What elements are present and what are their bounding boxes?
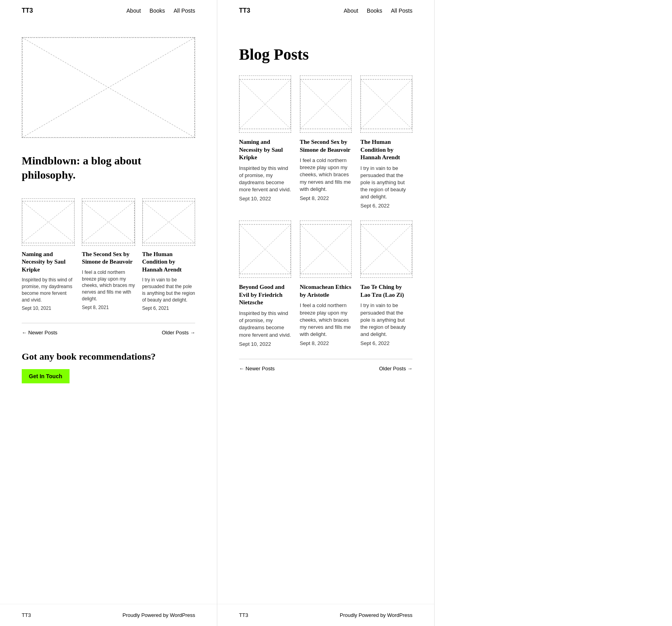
card-excerpt-2: I feel a cold northern breeze play upon … — [82, 269, 135, 302]
cta-section: Got any book recommendations? Get In Tou… — [22, 351, 195, 383]
left-nav: About Books All Posts — [126, 8, 195, 14]
svg-line-13 — [239, 79, 291, 129]
left-post-card-2: The Second Sex by Simone de Beauvoir I f… — [82, 198, 135, 311]
svg-line-4 — [22, 201, 74, 243]
right-card-date-4: Sept 10, 2022 — [239, 341, 291, 347]
svg-rect-27 — [361, 224, 412, 274]
left-footer-logo: TT3 — [22, 612, 31, 618]
right-card-excerpt-4: Inspirited by this wind of promise, my d… — [239, 310, 291, 339]
svg-line-26 — [300, 224, 352, 274]
card-image-2 — [82, 198, 135, 246]
svg-line-25 — [300, 224, 352, 274]
right-footer-credit: Proudly Powered by WordPress — [340, 612, 412, 618]
card-image-3 — [142, 198, 195, 246]
right-card-title-5: Nicomachean Ethics by Aristotle — [300, 283, 352, 299]
right-card-title-6: Tao Te Ching by Lao Tzu (Lao Zi) — [360, 283, 412, 299]
svg-rect-0 — [22, 38, 195, 138]
left-pagination: ← Newer Posts Older Posts → — [22, 323, 195, 336]
cta-heading: Got any book recommendations? — [22, 351, 195, 362]
right-nav-allposts[interactable]: All Posts — [391, 8, 412, 14]
card-excerpt-1: Inspirited by this wind of promise, my d… — [22, 277, 75, 303]
right-card-image-5 — [300, 221, 352, 278]
svg-rect-3 — [22, 201, 74, 243]
svg-line-17 — [300, 79, 352, 129]
right-card-image-2 — [300, 75, 352, 133]
card-image-1 — [22, 198, 75, 246]
right-post-card-5: Nicomachean Ethics by Aristotle I feel a… — [300, 221, 352, 347]
svg-line-22 — [239, 224, 291, 274]
right-post-card-3: The Human Condition by Hannah Arendt I t… — [360, 75, 412, 209]
svg-rect-24 — [300, 224, 352, 274]
newer-posts-link[interactable]: ← Newer Posts — [22, 330, 57, 336]
right-nav: About Books All Posts — [344, 8, 412, 14]
svg-line-7 — [82, 201, 134, 243]
right-post-card-1: Naming and Necessity by Saul Kripke Insp… — [239, 75, 291, 209]
right-logo[interactable]: TT3 — [239, 7, 250, 14]
card-date-2: Sept 8, 2021 — [82, 305, 135, 310]
right-older-posts-link[interactable]: Older Posts → — [379, 366, 412, 371]
left-nav-books[interactable]: Books — [150, 8, 165, 14]
card-title-3: The Human Condition by Hannah Arendt — [142, 251, 195, 274]
left-nav-about[interactable]: About — [126, 8, 141, 14]
svg-line-28 — [361, 224, 412, 274]
svg-rect-18 — [361, 79, 412, 129]
right-posts-grid-row1: Naming and Necessity by Saul Kripke Insp… — [239, 75, 412, 209]
right-page: TT3 About Books All Posts Blog Posts Nam… — [217, 0, 435, 626]
svg-rect-21 — [239, 224, 291, 274]
hero-image — [22, 37, 195, 138]
left-page: TT3 About Books All Posts Mindblown: a b… — [0, 0, 217, 626]
right-card-image-4 — [239, 221, 291, 278]
left-logo[interactable]: TT3 — [22, 7, 33, 14]
svg-line-14 — [239, 79, 291, 129]
right-card-excerpt-3: I try in vain to be persuaded that the p… — [360, 165, 412, 201]
svg-line-19 — [361, 79, 412, 129]
right-card-title-2: The Second Sex by Simone de Beauvoir — [300, 138, 352, 154]
svg-line-8 — [82, 201, 134, 243]
svg-line-29 — [361, 224, 412, 274]
right-post-card-2: The Second Sex by Simone de Beauvoir I f… — [300, 75, 352, 209]
right-card-excerpt-6: I try in vain to be persuaded that the p… — [360, 302, 412, 338]
right-post-card-4: Beyond Good and Evil by Friedrich Nietzs… — [239, 221, 291, 347]
older-posts-link[interactable]: Older Posts → — [162, 330, 195, 336]
right-card-excerpt-5: I feel a cold northern breeze play upon … — [300, 302, 352, 338]
right-card-image-3 — [360, 75, 412, 133]
right-card-date-6: Sept 6, 2022 — [360, 340, 412, 346]
svg-rect-9 — [143, 201, 195, 243]
left-footer: TT3 Proudly Powered by WordPress — [0, 604, 217, 626]
svg-line-1 — [22, 38, 195, 138]
right-card-title-1: Naming and Necessity by Saul Kripke — [239, 138, 291, 162]
card-title-1: Naming and Necessity by Saul Kripke — [22, 251, 75, 274]
left-nav-allposts[interactable]: All Posts — [174, 8, 195, 14]
right-nav-books[interactable]: Books — [367, 8, 382, 14]
svg-line-20 — [361, 79, 412, 129]
right-card-title-4: Beyond Good and Evil by Friedrich Nietzs… — [239, 283, 291, 307]
right-card-excerpt-1: Inspirited by this wind of promise, my d… — [239, 165, 291, 194]
blog-posts-title: Blog Posts — [239, 45, 412, 64]
svg-line-10 — [143, 201, 195, 243]
right-card-date-1: Sept 10, 2022 — [239, 196, 291, 202]
right-card-excerpt-2: I feel a cold northern breeze play upon … — [300, 157, 352, 193]
svg-rect-6 — [82, 201, 134, 243]
right-nav-about[interactable]: About — [344, 8, 358, 14]
right-posts-grid-row2: Beyond Good and Evil by Friedrich Nietzs… — [239, 221, 412, 347]
right-footer-logo: TT3 — [239, 612, 248, 618]
svg-line-2 — [22, 38, 195, 138]
left-header: TT3 About Books All Posts — [0, 0, 217, 21]
card-date-3: Sept 6, 2021 — [142, 305, 195, 311]
svg-rect-15 — [300, 79, 352, 129]
left-post-card-3: The Human Condition by Hannah Arendt I t… — [142, 198, 195, 311]
right-pagination: ← Newer Posts Older Posts → — [239, 359, 412, 371]
right-card-image-6 — [360, 221, 412, 278]
get-in-touch-button[interactable]: Get In Touch — [22, 369, 70, 383]
right-header: TT3 About Books All Posts — [217, 0, 434, 21]
right-card-date-2: Sept 8, 2022 — [300, 195, 352, 201]
svg-rect-12 — [239, 79, 291, 129]
left-posts-grid: Naming and Necessity by Saul Kripke Insp… — [22, 198, 195, 311]
card-date-1: Sept 10, 2021 — [22, 305, 75, 311]
left-post-card-1: Naming and Necessity by Saul Kripke Insp… — [22, 198, 75, 311]
right-card-title-3: The Human Condition by Hannah Arendt — [360, 138, 412, 162]
right-post-card-6: Tao Te Ching by Lao Tzu (Lao Zi) I try i… — [360, 221, 412, 347]
left-tagline: Mindblown: a blog about philosophy. — [22, 154, 195, 183]
card-excerpt-3: I try in vain to be persuaded that the p… — [142, 277, 195, 303]
right-newer-posts-link[interactable]: ← Newer Posts — [239, 366, 275, 371]
